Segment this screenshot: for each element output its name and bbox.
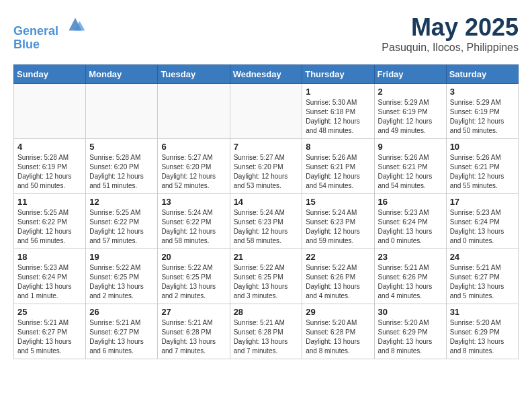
day-number: 17 [450, 197, 515, 207]
calendar-cell: 9Sunrise: 5:26 AM Sunset: 6:21 PM Daylig… [374, 139, 446, 194]
calendar-cell: 26Sunrise: 5:21 AM Sunset: 6:27 PM Dayli… [86, 304, 158, 359]
day-number: 18 [17, 252, 82, 262]
day-info: Sunrise: 5:23 AM Sunset: 6:24 PM Dayligh… [378, 208, 443, 246]
day-number: 20 [161, 252, 226, 262]
calendar-cell: 30Sunrise: 5:20 AM Sunset: 6:29 PM Dayli… [374, 304, 446, 359]
calendar-cell: 25Sunrise: 5:21 AM Sunset: 6:27 PM Dayli… [14, 304, 86, 359]
calendar-week-2: 4Sunrise: 5:28 AM Sunset: 6:19 PM Daylig… [14, 139, 519, 194]
day-info: Sunrise: 5:30 AM Sunset: 6:18 PM Dayligh… [306, 98, 370, 136]
day-number: 1 [306, 87, 370, 97]
day-info: Sunrise: 5:27 AM Sunset: 6:20 PM Dayligh… [161, 153, 226, 191]
calendar-cell: 20Sunrise: 5:22 AM Sunset: 6:25 PM Dayli… [158, 249, 230, 304]
calendar-cell: 21Sunrise: 5:22 AM Sunset: 6:25 PM Dayli… [230, 249, 302, 304]
calendar-week-5: 25Sunrise: 5:21 AM Sunset: 6:27 PM Dayli… [14, 304, 519, 359]
calendar-cell: 8Sunrise: 5:26 AM Sunset: 6:21 PM Daylig… [302, 139, 374, 194]
weekday-header-wednesday: Wednesday [230, 65, 302, 84]
day-info: Sunrise: 5:28 AM Sunset: 6:20 PM Dayligh… [89, 153, 154, 191]
calendar-cell: 5Sunrise: 5:28 AM Sunset: 6:20 PM Daylig… [86, 139, 158, 194]
calendar-cell: 2Sunrise: 5:29 AM Sunset: 6:19 PM Daylig… [374, 84, 446, 139]
calendar-week-3: 11Sunrise: 5:25 AM Sunset: 6:22 PM Dayli… [14, 194, 519, 249]
calendar-cell: 4Sunrise: 5:28 AM Sunset: 6:19 PM Daylig… [14, 139, 86, 194]
day-number: 19 [89, 252, 154, 262]
day-info: Sunrise: 5:29 AM Sunset: 6:19 PM Dayligh… [378, 98, 443, 136]
day-info: Sunrise: 5:20 AM Sunset: 6:28 PM Dayligh… [306, 318, 370, 356]
logo-text: General [13, 13, 86, 38]
day-info: Sunrise: 5:22 AM Sunset: 6:25 PM Dayligh… [89, 263, 154, 301]
weekday-header-friday: Friday [374, 65, 446, 84]
day-info: Sunrise: 5:27 AM Sunset: 6:20 PM Dayligh… [234, 153, 299, 191]
day-info: Sunrise: 5:21 AM Sunset: 6:28 PM Dayligh… [234, 318, 299, 356]
calendar-cell: 18Sunrise: 5:23 AM Sunset: 6:24 PM Dayli… [14, 249, 86, 304]
day-info: Sunrise: 5:24 AM Sunset: 6:22 PM Dayligh… [161, 208, 226, 246]
day-info: Sunrise: 5:21 AM Sunset: 6:28 PM Dayligh… [161, 318, 226, 356]
logo-blue: Blue [13, 38, 86, 52]
calendar-week-1: 1Sunrise: 5:30 AM Sunset: 6:18 PM Daylig… [14, 84, 519, 139]
weekday-header-tuesday: Tuesday [158, 65, 230, 84]
calendar-cell: 22Sunrise: 5:22 AM Sunset: 6:26 PM Dayli… [302, 249, 374, 304]
weekday-header-monday: Monday [86, 65, 158, 84]
calendar-cell [14, 84, 86, 139]
logo: General Blue [13, 13, 86, 52]
day-number: 16 [378, 197, 443, 207]
day-number: 2 [378, 87, 443, 97]
day-info: Sunrise: 5:26 AM Sunset: 6:21 PM Dayligh… [378, 153, 443, 191]
weekday-header-row: SundayMondayTuesdayWednesdayThursdayFrid… [14, 65, 519, 84]
day-number: 12 [89, 197, 154, 207]
day-number: 22 [306, 252, 370, 262]
title-block: May 2025 Pasuquin, Ilocos, Philippines [382, 13, 519, 54]
day-number: 3 [450, 87, 515, 97]
day-info: Sunrise: 5:28 AM Sunset: 6:19 PM Dayligh… [17, 153, 82, 191]
calendar-cell: 3Sunrise: 5:29 AM Sunset: 6:19 PM Daylig… [446, 84, 518, 139]
calendar-cell [86, 84, 158, 139]
calendar-week-4: 18Sunrise: 5:23 AM Sunset: 6:24 PM Dayli… [14, 249, 519, 304]
day-info: Sunrise: 5:24 AM Sunset: 6:23 PM Dayligh… [306, 208, 370, 246]
day-number: 10 [450, 142, 515, 152]
weekday-header-saturday: Saturday [446, 65, 518, 84]
day-info: Sunrise: 5:22 AM Sunset: 6:25 PM Dayligh… [161, 263, 226, 301]
calendar-cell: 19Sunrise: 5:22 AM Sunset: 6:25 PM Dayli… [86, 249, 158, 304]
day-info: Sunrise: 5:21 AM Sunset: 6:27 PM Dayligh… [89, 318, 154, 356]
day-info: Sunrise: 5:21 AM Sunset: 6:27 PM Dayligh… [450, 263, 515, 301]
month-title: May 2025 [382, 13, 519, 42]
day-info: Sunrise: 5:25 AM Sunset: 6:22 PM Dayligh… [89, 208, 154, 246]
weekday-header-thursday: Thursday [302, 65, 374, 84]
day-number: 5 [89, 142, 154, 152]
day-info: Sunrise: 5:20 AM Sunset: 6:29 PM Dayligh… [450, 318, 515, 356]
day-number: 31 [450, 307, 515, 317]
day-number: 23 [378, 252, 443, 262]
calendar-cell: 12Sunrise: 5:25 AM Sunset: 6:22 PM Dayli… [86, 194, 158, 249]
day-info: Sunrise: 5:20 AM Sunset: 6:29 PM Dayligh… [378, 318, 443, 356]
calendar-cell: 29Sunrise: 5:20 AM Sunset: 6:28 PM Dayli… [302, 304, 374, 359]
calendar-cell: 17Sunrise: 5:23 AM Sunset: 6:24 PM Dayli… [446, 194, 518, 249]
calendar-cell: 28Sunrise: 5:21 AM Sunset: 6:28 PM Dayli… [230, 304, 302, 359]
day-number: 11 [17, 197, 82, 207]
day-info: Sunrise: 5:21 AM Sunset: 6:26 PM Dayligh… [378, 263, 443, 301]
day-number: 8 [306, 142, 370, 152]
calendar-cell: 7Sunrise: 5:27 AM Sunset: 6:20 PM Daylig… [230, 139, 302, 194]
day-number: 15 [306, 197, 370, 207]
day-info: Sunrise: 5:22 AM Sunset: 6:26 PM Dayligh… [306, 263, 370, 301]
day-number: 26 [89, 307, 154, 317]
logo-icon [64, 13, 86, 35]
day-number: 24 [450, 252, 515, 262]
day-info: Sunrise: 5:25 AM Sunset: 6:22 PM Dayligh… [17, 208, 82, 246]
calendar-cell: 15Sunrise: 5:24 AM Sunset: 6:23 PM Dayli… [302, 194, 374, 249]
day-number: 25 [17, 307, 82, 317]
logo-general: General [13, 24, 58, 38]
calendar-cell: 23Sunrise: 5:21 AM Sunset: 6:26 PM Dayli… [374, 249, 446, 304]
calendar-cell: 31Sunrise: 5:20 AM Sunset: 6:29 PM Dayli… [446, 304, 518, 359]
day-number: 21 [234, 252, 299, 262]
calendar-cell: 24Sunrise: 5:21 AM Sunset: 6:27 PM Dayli… [446, 249, 518, 304]
day-info: Sunrise: 5:24 AM Sunset: 6:23 PM Dayligh… [234, 208, 299, 246]
calendar-cell: 13Sunrise: 5:24 AM Sunset: 6:22 PM Dayli… [158, 194, 230, 249]
day-number: 30 [378, 307, 443, 317]
day-info: Sunrise: 5:21 AM Sunset: 6:27 PM Dayligh… [17, 318, 82, 356]
day-info: Sunrise: 5:26 AM Sunset: 6:21 PM Dayligh… [306, 153, 370, 191]
calendar-cell: 16Sunrise: 5:23 AM Sunset: 6:24 PM Dayli… [374, 194, 446, 249]
day-info: Sunrise: 5:26 AM Sunset: 6:21 PM Dayligh… [450, 153, 515, 191]
day-number: 13 [161, 197, 226, 207]
day-number: 9 [378, 142, 443, 152]
day-number: 14 [234, 197, 299, 207]
day-info: Sunrise: 5:22 AM Sunset: 6:25 PM Dayligh… [234, 263, 299, 301]
calendar-cell [158, 84, 230, 139]
